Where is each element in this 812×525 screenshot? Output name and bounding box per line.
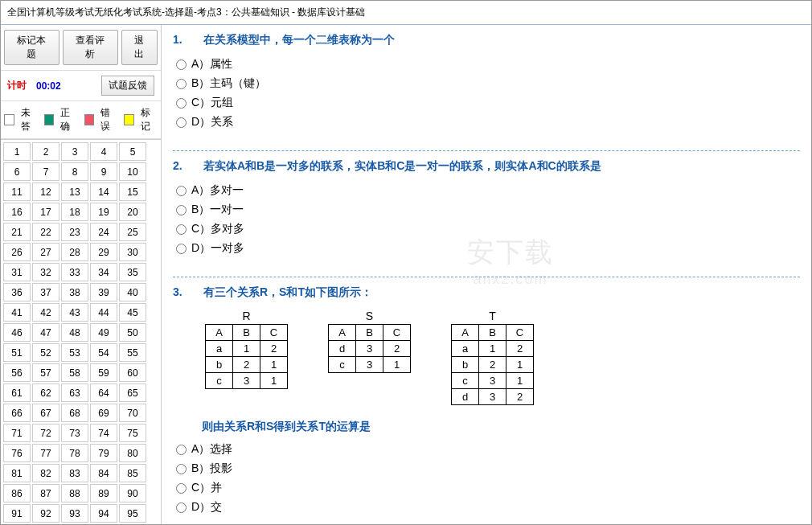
question-nav-28[interactable]: 28 bbox=[61, 243, 88, 261]
question-nav-27[interactable]: 27 bbox=[32, 243, 59, 261]
question-nav-66[interactable]: 66 bbox=[3, 404, 31, 422]
question-nav-31[interactable]: 31 bbox=[3, 263, 31, 281]
question-nav-46[interactable]: 46 bbox=[3, 323, 31, 342]
question-nav-8[interactable]: 8 bbox=[61, 162, 88, 181]
question-nav-43[interactable]: 43 bbox=[61, 303, 88, 322]
question-nav-79[interactable]: 79 bbox=[90, 444, 117, 462]
review-button[interactable]: 查看评析 bbox=[63, 30, 118, 65]
question-nav-88[interactable]: 88 bbox=[61, 484, 88, 502]
question-nav-14[interactable]: 14 bbox=[90, 183, 117, 201]
question-nav-32[interactable]: 32 bbox=[32, 263, 59, 281]
question-nav-69[interactable]: 69 bbox=[90, 404, 117, 422]
question-nav-40[interactable]: 40 bbox=[119, 283, 146, 301]
question-grid-scroll[interactable]: 1234567891011121314151617181920212223242… bbox=[1, 139, 161, 525]
question-nav-36[interactable]: 36 bbox=[3, 283, 31, 301]
question-nav-34[interactable]: 34 bbox=[90, 263, 117, 281]
question-nav-70[interactable]: 70 bbox=[119, 404, 146, 422]
question-nav-93[interactable]: 93 bbox=[61, 504, 88, 523]
option-radio[interactable] bbox=[176, 502, 187, 513]
option-C[interactable]: C）元组 bbox=[176, 96, 800, 110]
option-radio[interactable] bbox=[176, 205, 187, 215]
option-A[interactable]: A）选择 bbox=[176, 442, 800, 457]
question-nav-37[interactable]: 37 bbox=[32, 283, 59, 301]
option-radio[interactable] bbox=[176, 244, 187, 254]
question-nav-57[interactable]: 57 bbox=[32, 363, 59, 382]
option-radio[interactable] bbox=[176, 59, 187, 70]
question-nav-68[interactable]: 68 bbox=[61, 404, 88, 422]
question-nav-26[interactable]: 26 bbox=[3, 243, 31, 261]
question-panel[interactable]: 安下载 anxz.com 1.在关系模型中，每一个二维表称为一个A）属性B）主码… bbox=[162, 25, 811, 525]
option-C[interactable]: C）并 bbox=[176, 481, 800, 495]
option-C[interactable]: C）多对多 bbox=[176, 222, 800, 236]
question-nav-3[interactable]: 3 bbox=[61, 142, 88, 161]
question-nav-35[interactable]: 35 bbox=[119, 263, 146, 281]
option-A[interactable]: A）多对一 bbox=[176, 183, 800, 198]
option-B[interactable]: B）主码（键） bbox=[176, 76, 800, 91]
question-nav-17[interactable]: 17 bbox=[32, 203, 59, 221]
question-nav-62[interactable]: 62 bbox=[32, 383, 59, 402]
option-D[interactable]: D）交 bbox=[176, 500, 800, 515]
question-nav-59[interactable]: 59 bbox=[90, 363, 117, 382]
question-nav-67[interactable]: 67 bbox=[32, 404, 59, 422]
question-nav-51[interactable]: 51 bbox=[3, 343, 31, 362]
question-nav-72[interactable]: 72 bbox=[32, 424, 59, 442]
question-nav-90[interactable]: 90 bbox=[119, 484, 146, 502]
question-nav-24[interactable]: 24 bbox=[90, 223, 117, 241]
question-nav-10[interactable]: 10 bbox=[119, 162, 146, 181]
question-nav-39[interactable]: 39 bbox=[90, 283, 117, 301]
question-nav-89[interactable]: 89 bbox=[90, 484, 117, 502]
question-nav-75[interactable]: 75 bbox=[119, 424, 146, 442]
question-nav-45[interactable]: 45 bbox=[119, 303, 146, 322]
question-nav-74[interactable]: 74 bbox=[90, 424, 117, 442]
question-nav-42[interactable]: 42 bbox=[32, 303, 59, 322]
question-nav-19[interactable]: 19 bbox=[90, 203, 117, 221]
question-nav-47[interactable]: 47 bbox=[32, 323, 59, 342]
question-nav-82[interactable]: 82 bbox=[32, 464, 59, 482]
question-nav-30[interactable]: 30 bbox=[119, 243, 146, 261]
option-B[interactable]: B）投影 bbox=[176, 461, 800, 476]
option-D[interactable]: D）一对多 bbox=[176, 241, 800, 256]
option-radio[interactable] bbox=[176, 445, 187, 455]
question-nav-76[interactable]: 76 bbox=[3, 444, 31, 462]
feedback-button[interactable]: 试题反馈 bbox=[101, 76, 154, 96]
option-radio[interactable] bbox=[176, 117, 187, 128]
option-radio[interactable] bbox=[176, 224, 187, 235]
option-radio[interactable] bbox=[176, 186, 187, 196]
question-nav-54[interactable]: 54 bbox=[90, 343, 117, 362]
question-nav-38[interactable]: 38 bbox=[61, 283, 88, 301]
question-nav-12[interactable]: 12 bbox=[32, 183, 59, 201]
question-nav-20[interactable]: 20 bbox=[119, 203, 146, 221]
question-nav-33[interactable]: 33 bbox=[61, 263, 88, 281]
question-nav-77[interactable]: 77 bbox=[32, 444, 59, 462]
question-nav-9[interactable]: 9 bbox=[90, 162, 117, 181]
question-nav-71[interactable]: 71 bbox=[3, 424, 31, 442]
question-nav-16[interactable]: 16 bbox=[3, 203, 31, 221]
question-nav-6[interactable]: 6 bbox=[3, 162, 31, 181]
question-nav-49[interactable]: 49 bbox=[90, 323, 117, 342]
question-nav-53[interactable]: 53 bbox=[61, 343, 88, 362]
question-nav-64[interactable]: 64 bbox=[90, 383, 117, 402]
question-nav-15[interactable]: 15 bbox=[119, 183, 146, 201]
question-nav-73[interactable]: 73 bbox=[61, 424, 88, 442]
question-nav-41[interactable]: 41 bbox=[3, 303, 31, 322]
question-nav-85[interactable]: 85 bbox=[119, 464, 146, 482]
question-nav-65[interactable]: 65 bbox=[119, 383, 146, 402]
question-nav-52[interactable]: 52 bbox=[32, 343, 59, 362]
question-nav-84[interactable]: 84 bbox=[90, 464, 117, 482]
question-nav-7[interactable]: 7 bbox=[32, 162, 59, 181]
option-A[interactable]: A）属性 bbox=[176, 57, 800, 72]
question-nav-13[interactable]: 13 bbox=[61, 183, 88, 201]
option-radio[interactable] bbox=[176, 483, 187, 494]
question-nav-18[interactable]: 18 bbox=[61, 203, 88, 221]
question-nav-87[interactable]: 87 bbox=[32, 484, 59, 502]
option-radio[interactable] bbox=[176, 464, 187, 474]
question-nav-1[interactable]: 1 bbox=[3, 142, 31, 161]
question-nav-50[interactable]: 50 bbox=[119, 323, 146, 342]
question-nav-83[interactable]: 83 bbox=[61, 464, 88, 482]
question-nav-92[interactable]: 92 bbox=[32, 504, 59, 523]
question-nav-44[interactable]: 44 bbox=[90, 303, 117, 322]
question-nav-81[interactable]: 81 bbox=[3, 464, 31, 482]
option-radio[interactable] bbox=[176, 98, 187, 109]
question-nav-23[interactable]: 23 bbox=[61, 223, 88, 241]
exit-button[interactable]: 退出 bbox=[121, 30, 158, 65]
